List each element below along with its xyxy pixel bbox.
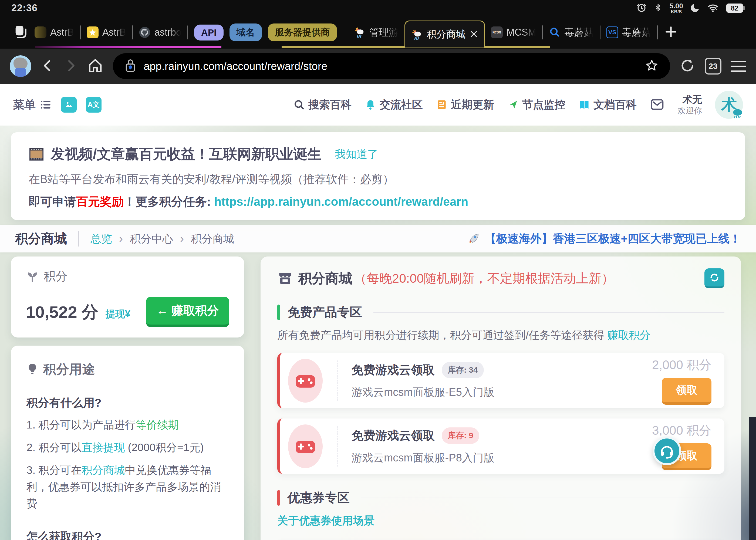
tab-label: MCSM	[507, 27, 536, 38]
mcsm-favicon: MCSM	[491, 27, 503, 38]
site-menu-button[interactable]: 菜单	[13, 97, 52, 112]
wallpaper-icon[interactable]	[61, 97, 77, 113]
product-price: 2,000 积分	[652, 357, 711, 373]
tab-api[interactable]: API	[194, 25, 223, 41]
headset-icon	[659, 443, 675, 459]
earn-points-link[interactable]: 赚取积分	[607, 329, 650, 341]
product-image	[288, 359, 323, 403]
tab-github[interactable]: astrbo	[139, 27, 182, 38]
stock-badge: 库存: 9	[442, 427, 479, 444]
mail-icon[interactable]	[650, 97, 665, 113]
close-tab-icon[interactable]	[469, 30, 478, 40]
product-card: 免费游戏云领取 库存: 34 游戏云mcsm面板服-E5入门版 2,000 积分…	[277, 353, 724, 408]
direct-withdraw-link[interactable]: 直接提现	[81, 442, 125, 453]
astrbot-favicon	[35, 27, 47, 38]
username: 术无	[678, 93, 702, 105]
usage-item: 3. 积分可在积分商城中兑换优惠券等福利，优惠券可以抵扣许多产品多场景的消费	[27, 462, 229, 512]
nav-docs-wiki[interactable]: 文档百科	[578, 97, 637, 112]
store-refresh-button[interactable]	[704, 268, 724, 288]
tab-mcsm[interactable]: MCSM MCSM	[491, 27, 536, 38]
tab-count-button[interactable]: 23	[705, 58, 721, 74]
store-title: 积分商城	[298, 269, 352, 288]
points-store-link[interactable]: 积分商城	[81, 464, 125, 476]
tab-mushroom-vs[interactable]: VS 毒蘑菇	[606, 26, 651, 39]
battery-icon: 82	[726, 4, 745, 13]
product-price: 3,000 积分	[652, 422, 711, 439]
coupon-usage-link[interactable]: 关于优惠券使用场景	[277, 513, 724, 528]
tab-astrbot-1[interactable]: AstrB	[35, 27, 74, 38]
wifi-icon	[707, 2, 719, 14]
tab-astrbot-2[interactable]: AstrB	[87, 27, 126, 38]
translate-icon[interactable]: A文	[86, 97, 101, 113]
crumb-overview[interactable]: 总览	[90, 231, 112, 246]
reward-highlight: 百元奖励	[76, 195, 124, 208]
site-avatar[interactable]: 术	[715, 91, 743, 119]
earn-url-link[interactable]: https://app.rainyun.com/account/reward/e…	[214, 195, 468, 208]
banner-dismiss-link[interactable]: 我知道了	[335, 147, 378, 162]
sprout-icon	[26, 270, 39, 283]
customer-support-button[interactable]	[653, 437, 681, 465]
nav-recent-updates[interactable]: 近期更新	[436, 97, 494, 112]
store-panel-header: 积分商城 （每晚20:00随机刷新，不定期根据活动上新）	[277, 268, 724, 288]
tab-server-provider[interactable]: 服务器提供商	[268, 24, 337, 41]
free-section-description: 所有免费产品均可用积分进行续期，积分可通过签到/任务等途径获得 赚取积分	[277, 328, 724, 342]
tab-manage-game[interactable]: 管理游	[354, 26, 399, 39]
browser-nav-bar: app.rainyun.com/account/reward/store 23	[0, 49, 756, 84]
gamepad-icon	[294, 370, 316, 392]
menu-button[interactable]	[731, 61, 746, 72]
free-section-title: 免费产品专区	[288, 304, 362, 321]
banner-title: 发视频/文章赢百元收益！互联网新职业诞生	[51, 145, 321, 164]
withdraw-link[interactable]: 提现¥	[106, 308, 130, 321]
breadcrumb: 总览 › 积分中心 › 积分商城	[90, 231, 234, 246]
announcement-link[interactable]: 【极速海外】香港三区极速+四区大带宽现已上线！	[467, 231, 741, 246]
tab-separator	[132, 25, 133, 40]
new-tab-button[interactable]	[664, 25, 678, 40]
bookmark-star-icon[interactable]	[645, 59, 659, 74]
tab-separator	[542, 25, 543, 40]
nav-search-wiki[interactable]: 搜索百科	[293, 97, 351, 112]
film-frame-icon	[29, 146, 44, 162]
lock-icon[interactable]	[124, 58, 137, 74]
claim-button[interactable]: 领取	[662, 378, 711, 405]
tab-mushroom-search[interactable]: 毒蘑菇	[549, 26, 594, 39]
tab-group-icon[interactable]	[13, 24, 29, 41]
nav-node-monitor[interactable]: 节点监控	[507, 97, 566, 112]
tab-label: 毒蘑菇	[565, 26, 594, 39]
news-icon	[436, 99, 448, 111]
tab-points-store-active[interactable]: 积分商城	[405, 21, 485, 48]
usage-question-2: 怎么获取积分?	[27, 529, 229, 540]
product-subtitle: 游戏云mcsm面板服-P8入门版	[351, 450, 494, 465]
forward-button[interactable]	[64, 57, 78, 75]
tab-separator	[657, 25, 658, 40]
profile-avatar[interactable]	[10, 55, 31, 77]
usage-question-1: 积分有什么用?	[27, 395, 229, 410]
earn-points-button[interactable]: ← 赚取积分	[146, 297, 229, 327]
tab-bar: AstrB AstrB astrbo API 域名 服务器提供商 管理游 积分商…	[0, 16, 756, 49]
search-icon	[293, 99, 305, 111]
tab-domain[interactable]: 域名	[229, 24, 262, 41]
address-bar[interactable]: app.rainyun.com/account/reward/store	[113, 53, 670, 79]
dashed-divider	[337, 360, 337, 401]
usage-item: 1. 积分可以为产品进行等价续期	[27, 416, 229, 433]
lightbulb-icon	[27, 362, 38, 376]
home-button[interactable]	[87, 57, 104, 75]
reload-button[interactable]	[679, 58, 695, 75]
dashed-divider	[337, 426, 337, 467]
tab-label: AstrB	[50, 27, 74, 38]
points-balance-card: 积分 10,522 分 提现¥ ← 赚取积分	[11, 256, 244, 338]
crumb-points-center[interactable]: 积分中心	[130, 231, 173, 246]
usage-card-title: 积分用途	[43, 361, 95, 378]
rain-cloud-icon	[732, 107, 744, 119]
equal-renewal-link[interactable]: 等价续期	[136, 419, 179, 431]
site-header: 菜单 A文 搜索百科 交流社区 近期更新 节点监控	[0, 84, 756, 126]
navigation-icon	[507, 99, 519, 111]
alarm-icon	[636, 2, 647, 14]
stock-badge: 库存: 34	[442, 362, 484, 378]
back-button[interactable]	[41, 57, 55, 75]
page-content: 发视频/文章赢百元收益！互联网新职业诞生 我知道了 在B站等平台发布和雨云有关的…	[0, 126, 756, 540]
book-icon	[578, 99, 590, 111]
menu-label: 菜单	[13, 97, 36, 112]
nav-community[interactable]: 交流社区	[364, 97, 423, 112]
bell-icon	[364, 99, 376, 111]
tab-label: 积分商城	[427, 28, 466, 41]
